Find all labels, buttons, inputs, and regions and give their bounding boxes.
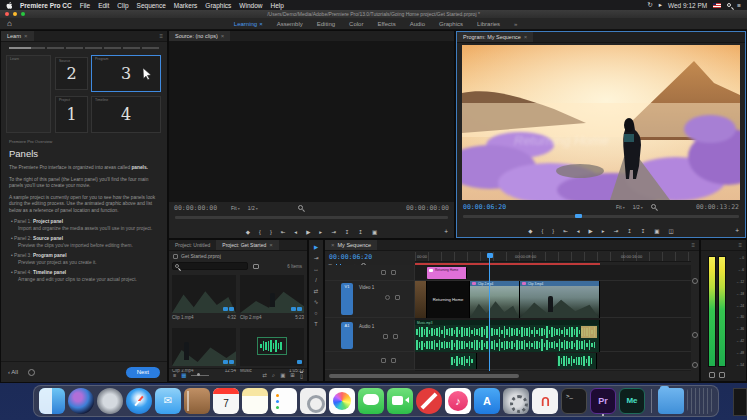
- dock-siri-icon[interactable]: [68, 388, 94, 414]
- go-to-out-icon[interactable]: ⇥: [331, 229, 336, 235]
- dock-app-store-icon[interactable]: A: [474, 388, 500, 414]
- workspace-tab-editing[interactable]: Editing: [317, 21, 335, 27]
- scrollbar-knob[interactable]: [692, 332, 698, 338]
- dock-reminders-icon[interactable]: [271, 388, 297, 414]
- solo-in-place-icon[interactable]: [709, 372, 715, 378]
- new-item-icon[interactable]: ⊞: [290, 372, 295, 378]
- project-breadcrumb[interactable]: Get Started.prproj: [181, 253, 221, 259]
- mute-track-icon[interactable]: [383, 334, 388, 339]
- close-icon[interactable]: ×: [24, 33, 28, 39]
- dock-restricted-app-icon[interactable]: [416, 388, 442, 414]
- dock-system-preferences-icon[interactable]: [503, 388, 529, 414]
- dock-trash-icon[interactable]: [687, 388, 713, 414]
- delete-trash-icon[interactable]: ▯: [300, 372, 303, 379]
- minimize-window-button[interactable]: [13, 12, 17, 16]
- track-header-a1[interactable]: A1 Audio 1: [325, 320, 415, 352]
- project-untitled-tab[interactable]: Project: Untitled: [169, 240, 216, 250]
- timeline-audio-clip-music[interactable]: Music.mp3: [415, 320, 600, 352]
- mark-out-icon[interactable]: }: [552, 228, 554, 234]
- dock-calendar-icon[interactable]: 7: [213, 388, 239, 414]
- go-to-out-icon[interactable]: ⇥: [614, 228, 619, 234]
- close-window-button[interactable]: [5, 12, 9, 16]
- overwrite-icon[interactable]: ↥: [358, 229, 363, 235]
- selection-tool-icon[interactable]: ▶: [314, 244, 318, 250]
- slip-tool-icon[interactable]: ⇄: [314, 288, 319, 294]
- dock-launchpad-icon[interactable]: [97, 388, 123, 414]
- track-select-forward-tool-icon[interactable]: ⇥: [314, 255, 319, 261]
- project-clip-3[interactable]: Clip 3.mp412:54: [172, 328, 236, 373]
- lift-icon[interactable]: ↥: [627, 228, 632, 234]
- export-frame-icon[interactable]: ▣: [372, 229, 377, 235]
- track-lock-icon[interactable]: [395, 295, 400, 300]
- project-clip-1[interactable]: Clip 1.mp44:32: [172, 275, 236, 320]
- project-music-item[interactable]: Music1:05:12: [240, 328, 304, 373]
- program-resolution-dropdown[interactable]: 1/2: [633, 204, 643, 210]
- lesson-progress-bar[interactable]: [9, 47, 159, 49]
- new-bin-icon[interactable]: ▣: [280, 372, 285, 378]
- dock-keychain-access-icon[interactable]: [300, 388, 326, 414]
- play-icon[interactable]: ▶: [306, 229, 310, 235]
- selected-audio-segment[interactable]: [581, 326, 597, 338]
- workspace-overflow-chevron[interactable]: »: [514, 21, 517, 27]
- playhead-line[interactable]: [489, 257, 490, 371]
- close-icon[interactable]: ×: [331, 242, 335, 248]
- dock-facetime-icon[interactable]: [387, 388, 413, 414]
- dock-music-icon[interactable]: ♪: [445, 388, 471, 414]
- panel-menu-icon[interactable]: ≡: [734, 240, 746, 250]
- dock-finder-icon[interactable]: [39, 388, 65, 414]
- playhead-marker[interactable]: [575, 214, 582, 218]
- dock-photos-icon[interactable]: [329, 388, 355, 414]
- source-scrubber[interactable]: [175, 216, 448, 219]
- panel-menu-icon[interactable]: ≡: [155, 31, 167, 41]
- next-button[interactable]: Next: [126, 367, 160, 378]
- settings-wrench-icon[interactable]: [298, 205, 303, 210]
- dock-messages-icon[interactable]: [358, 388, 384, 414]
- timeline-graphic-clip[interactable]: Returning Home: [427, 267, 467, 279]
- timeline-tracks-area[interactable]: Returning Home Returning Home Clip 2.: [415, 265, 691, 371]
- toggle-track-output-eye-icon[interactable]: [385, 295, 390, 300]
- dock-premiere-pro-icon[interactable]: Pr: [590, 388, 616, 414]
- notification-center-icon[interactable]: ≡: [737, 2, 741, 9]
- timeline-audio-clip[interactable]: [450, 353, 477, 369]
- dock-media-encoder-icon[interactable]: Me: [619, 388, 645, 414]
- window-title-bar[interactable]: /Users/Demo/Media/Adobe/Premiere Pro/13.…: [0, 10, 747, 18]
- go-to-in-icon[interactable]: ⇤: [281, 229, 286, 235]
- solo-track-icon[interactable]: [393, 334, 398, 339]
- close-icon[interactable]: ×: [221, 33, 225, 39]
- pen-tool-icon[interactable]: ∿: [314, 299, 319, 305]
- timeline-playhead-timecode[interactable]: 00:00:06:20: [329, 253, 372, 261]
- all-lessons-button[interactable]: All: [8, 369, 18, 375]
- project-search-input[interactable]: [172, 262, 248, 270]
- background-window[interactable]: [733, 388, 747, 416]
- close-icon[interactable]: ×: [269, 242, 273, 248]
- source-patch-a1[interactable]: A1: [341, 322, 353, 349]
- location-arrow-icon[interactable]: ▸: [659, 1, 662, 9]
- type-tool-icon[interactable]: T: [314, 321, 317, 327]
- input-language-flag-icon[interactable]: [713, 3, 721, 8]
- dock-notes-icon[interactable]: [242, 388, 268, 414]
- menu-sequence[interactable]: Sequence: [137, 2, 166, 9]
- menu-clock[interactable]: Wed 9:12 PM: [668, 2, 707, 9]
- new-search-bin-icon[interactable]: [253, 264, 259, 269]
- find-icon[interactable]: ⌕: [272, 372, 275, 379]
- export-frame-icon[interactable]: ▣: [654, 228, 659, 234]
- timeline-title-clip[interactable]: Returning Home: [427, 281, 470, 318]
- menu-clip[interactable]: Clip: [117, 2, 128, 9]
- dock-terminal-icon[interactable]: >_: [561, 388, 587, 414]
- workspace-tab-graphics[interactable]: Graphics: [439, 21, 463, 27]
- close-icon[interactable]: ×: [524, 34, 528, 40]
- track-header-a2[interactable]: [325, 352, 415, 370]
- close-icon[interactable]: ×: [259, 21, 263, 27]
- track-name[interactable]: Audio 1: [359, 324, 374, 329]
- automate-to-sequence-icon[interactable]: ⇄: [262, 372, 267, 378]
- dock-contacts-icon[interactable]: [184, 388, 210, 414]
- workspace-tab-learning[interactable]: Learning×: [234, 21, 263, 27]
- menu-window[interactable]: Window: [239, 2, 262, 9]
- dock-mail-icon[interactable]: ✉: [155, 388, 181, 414]
- mark-out-icon[interactable]: }: [270, 229, 272, 235]
- solo-track-icon[interactable]: [391, 358, 396, 363]
- track-header-v1[interactable]: V1 Video 1: [325, 281, 415, 318]
- source-fit-dropdown[interactable]: Fit: [231, 205, 240, 211]
- hand-tool-icon[interactable]: ○: [314, 310, 317, 316]
- timeline-ruler[interactable]: 00:00 00:00:08:00 00:00:16:00: [415, 252, 691, 262]
